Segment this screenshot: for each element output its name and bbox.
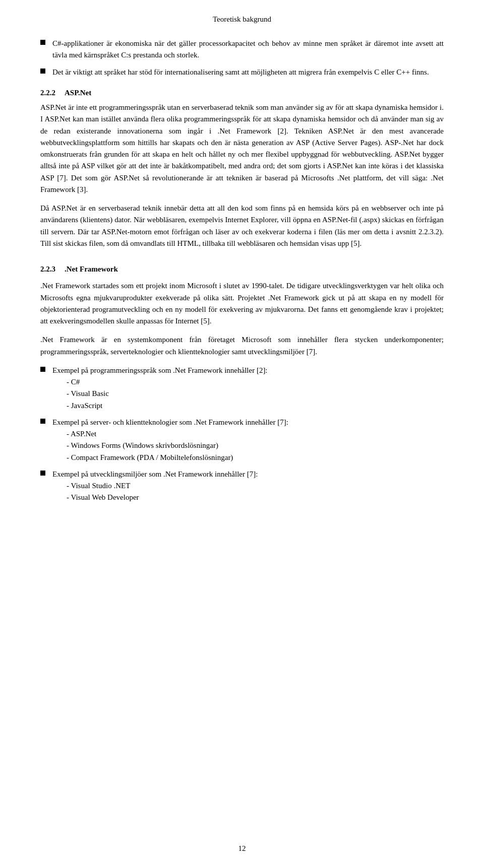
intro-bullets: C#-applikationer är ekonomiska när det g… — [40, 38, 444, 78]
bullet-text-1: C#-applikationer är ekonomiska när det g… — [52, 38, 444, 61]
header-title: Teoretisk bakgrund — [213, 15, 271, 23]
net-sub-bullet-1-1: - Visual Basic — [67, 388, 444, 399]
net-sub-bullet-2-2: - Compact Framework (PDA / Mobiltelefons… — [67, 452, 444, 463]
net-bullet-square-3 — [40, 471, 45, 476]
net-paragraph-2: .Net Framework är en systemkomponent frå… — [40, 334, 444, 358]
page: Teoretisk bakgrund C#-applikationer är e… — [0, 0, 484, 868]
net-sub-bullets-3: - Visual Studio .NET - Visual Web Develo… — [67, 480, 444, 504]
section-222-heading-line: 2.2.2 ASP.Net — [40, 87, 444, 99]
section-223-heading: 2.2.3 .Net Framework — [40, 263, 444, 275]
net-bullet-intro-3: Exempel på utvecklingsmiljöer som .Net F… — [52, 470, 258, 478]
net-sub-bullet-3-0: - Visual Studio .NET — [67, 480, 444, 492]
net-sub-bullet-3-1: - Visual Web Developer — [67, 492, 444, 503]
net-bullet-intro-2: Exempel på server- och klientteknologier… — [52, 418, 288, 426]
bullet-item-2: Det är viktigt att språket har stöd för … — [40, 66, 444, 78]
net-sub-bullet-text-3-1: - Visual Web Developer — [67, 492, 139, 503]
net-sub-bullet-text-2-0: - ASP.Net — [67, 428, 96, 440]
page-header: Teoretisk bakgrund — [40, 15, 444, 24]
asp-paragraph-2: Då ASP.Net är en serverbaserad teknik in… — [40, 203, 444, 249]
net-sub-bullet-1-2: - JavaScript — [67, 400, 444, 412]
net-sub-bullet-text-2-1: - Windows Forms (Windows skrivbordslösni… — [67, 440, 218, 451]
net-sub-bullet-text-3-0: - Visual Studio .NET — [67, 480, 130, 492]
net-sub-bullets-1: - C# - Visual Basic - JavaScript — [67, 376, 444, 412]
net-sub-bullet-text-1-0: - C# — [67, 376, 80, 388]
section-223-number: 2.2.3 — [40, 263, 55, 275]
section-222-number: 2.2.2 — [40, 87, 55, 99]
section-223-title: .Net Framework — [65, 263, 118, 275]
net-bullet-text-3: Exempel på utvecklingsmiljöer som .Net F… — [52, 469, 444, 504]
net-sub-bullet-1-0: - C# — [67, 376, 444, 388]
section-223-heading-line: 2.2.3 .Net Framework — [40, 263, 444, 275]
net-bullet-item-1: Exempel på programmeringsspråk som .Net … — [40, 365, 444, 412]
content-body: C#-applikationer är ekonomiska när det g… — [40, 38, 444, 504]
net-bullet-text-2: Exempel på server- och klientteknologier… — [52, 417, 444, 463]
net-bullet-text-1: Exempel på programmeringsspråk som .Net … — [52, 365, 444, 412]
net-paragraph-1: .Net Framework startades som ett projekt… — [40, 280, 444, 327]
net-bullets: Exempel på programmeringsspråk som .Net … — [40, 365, 444, 504]
net-bullet-item-3: Exempel på utvecklingsmiljöer som .Net F… — [40, 469, 444, 504]
net-bullet-square-1 — [40, 367, 45, 372]
net-sub-bullets-2: - ASP.Net - Windows Forms (Windows skriv… — [67, 428, 444, 463]
section-222-heading: 2.2.2 ASP.Net — [40, 87, 444, 99]
net-sub-bullet-2-0: - ASP.Net — [67, 428, 444, 440]
bullet-text-2: Det är viktigt att språket har stöd för … — [52, 66, 444, 78]
net-sub-bullet-text-1-2: - JavaScript — [67, 400, 102, 412]
bullet-item-1: C#-applikationer är ekonomiska när det g… — [40, 38, 444, 61]
net-bullet-item-2: Exempel på server- och klientteknologier… — [40, 417, 444, 463]
net-bullet-intro-1: Exempel på programmeringsspråk som .Net … — [52, 366, 268, 374]
asp-paragraph-1: ASP.Net är inte ett programmeringsspråk … — [40, 102, 444, 195]
bullet-square-2 — [40, 69, 45, 74]
page-number: 12 — [238, 844, 246, 852]
net-bullet-square-2 — [40, 419, 45, 424]
net-sub-bullet-text-1-1: - Visual Basic — [67, 388, 109, 399]
page-footer: 12 — [0, 844, 484, 853]
section-222-title: ASP.Net — [65, 87, 91, 99]
bullet-square-1 — [40, 40, 45, 45]
net-sub-bullet-2-1: - Windows Forms (Windows skrivbordslösni… — [67, 440, 444, 451]
net-sub-bullet-text-2-2: - Compact Framework (PDA / Mobiltelefons… — [67, 452, 233, 463]
